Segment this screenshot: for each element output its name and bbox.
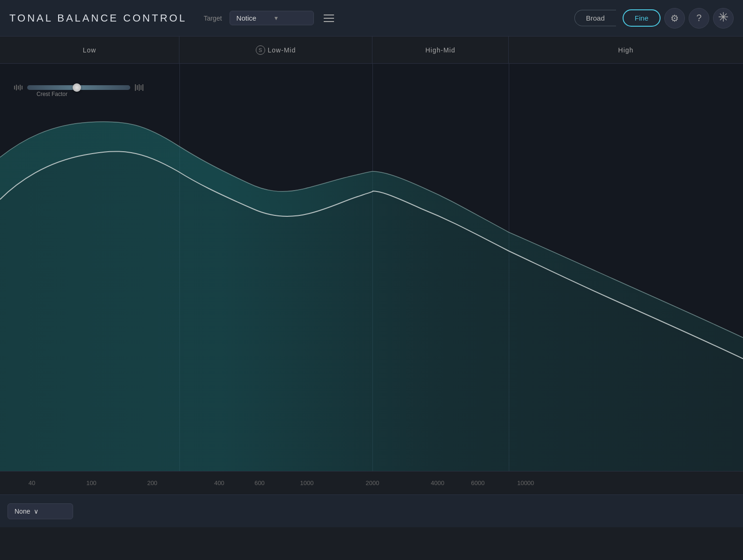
none-chevron-icon: ∨ [34,508,38,515]
x-axis: 40 100 200 400 600 1000 2000 4000 6000 1… [0,471,743,494]
bands-row: Low S Low-Mid High-Mid High [0,37,743,64]
menu-line [324,21,334,22]
band-high: High [509,37,743,63]
wind-button[interactable] [713,8,734,29]
gear-icon: ⚙ [670,13,679,24]
menu-icon[interactable] [321,11,336,26]
chevron-down-icon: ▼ [274,15,307,22]
band-highmid: High-Mid [372,37,509,63]
broad-button[interactable]: Broad [574,10,616,26]
x-label-10000: 10000 [517,479,534,486]
tonal-balance-chart [0,64,743,471]
band-lowmid: S Low-Mid [179,37,372,63]
none-dropdown[interactable]: None ∨ [7,503,73,519]
help-button[interactable]: ? [689,8,709,29]
band-low-label: Low [83,46,97,54]
menu-line [324,18,334,19]
x-label-2000: 2000 [366,479,379,486]
target-dropdown[interactable]: Notice ▼ [230,11,314,25]
x-label-200: 200 [147,479,157,486]
target-value: Notice [237,14,270,22]
curve-fill-lower [0,151,743,471]
band-highmid-label: High-Mid [425,46,455,54]
mode-button-group: Broad Fine ⚙ ? [574,8,734,29]
band-low: Low [0,37,179,63]
x-label-100: 100 [86,479,97,486]
settings-button[interactable]: ⚙ [664,8,685,29]
app-title: TONAL BALANCE CONTROL [9,12,187,24]
help-icon: ? [696,13,701,23]
menu-line [324,15,334,15]
x-label-40: 40 [29,479,35,486]
bottom-bar: None ∨ [0,494,743,527]
fine-button[interactable]: Fine [623,9,661,27]
target-label: Target [204,15,222,22]
x-label-600: 600 [254,479,265,486]
chart-area: Crest Factor [0,64,743,471]
header: TONAL BALANCE CONTROL Target Notice ▼ Br… [0,0,743,37]
none-value: None [15,508,30,515]
x-label-1000: 1000 [300,479,314,486]
wind-icon [718,11,729,25]
s-icon: S [256,45,265,55]
x-label-400: 400 [214,479,224,486]
band-lowmid-label: Low-Mid [268,46,296,54]
x-label-4000: 4000 [431,479,445,486]
band-high-label: High [618,46,634,54]
x-label-6000: 6000 [471,479,485,486]
